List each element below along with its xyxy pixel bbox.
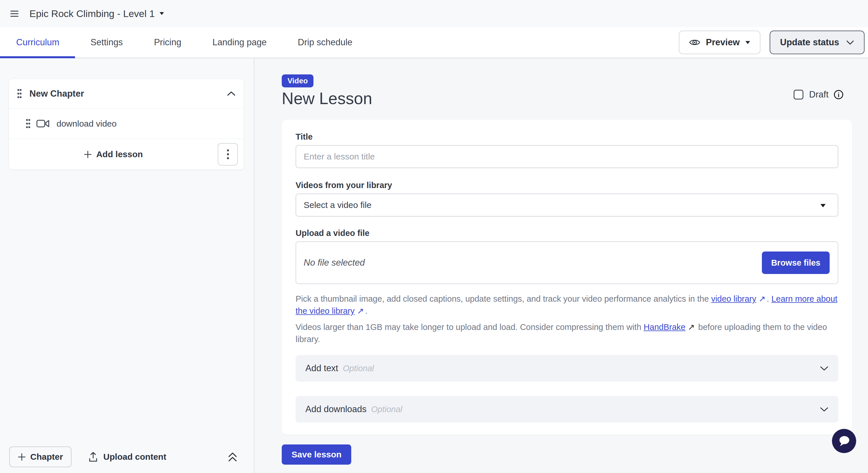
external-link-arrow-icon: ↗: [758, 293, 765, 305]
chapter-footer: Add lesson: [9, 139, 244, 169]
video-library-help-text: Pick a thumbnail image, add closed capti…: [296, 293, 838, 317]
chat-widget-button[interactable]: [832, 429, 856, 453]
lesson-row[interactable]: download video: [9, 108, 244, 139]
draft-checkbox[interactable]: [794, 90, 803, 99]
add-chapter-label: Chapter: [30, 452, 63, 462]
add-text-section[interactable]: Add text Optional: [296, 355, 838, 382]
chapter-header[interactable]: New Chapter: [9, 79, 244, 108]
caret-down-icon: [159, 12, 164, 15]
chapter-options-button[interactable]: [218, 143, 238, 165]
info-icon[interactable]: [834, 90, 843, 99]
draft-label: Draft: [809, 89, 829, 100]
help-text-segment: .: [365, 306, 367, 316]
chat-bubble-icon: [837, 435, 851, 447]
chapter-title: New Chapter: [29, 89, 227, 99]
chevron-down-icon: [820, 407, 829, 412]
topbar: Epic Rock Climbing - Level 1: [0, 0, 868, 27]
file-upload-dropzone: No file selected Browse files: [296, 242, 838, 284]
add-lesson-button[interactable]: Add lesson: [9, 149, 218, 159]
add-downloads-section[interactable]: Add downloads Optional: [296, 396, 838, 422]
upload-icon: [88, 452, 98, 462]
active-tab-underline: [0, 56, 75, 58]
kebab-menu-icon: [227, 149, 229, 159]
lesson-title: download video: [57, 119, 117, 129]
double-chevron-up-icon: [227, 452, 238, 462]
tab-drip-schedule[interactable]: Drip schedule: [298, 37, 353, 48]
caret-down-icon: [745, 41, 750, 44]
chevron-up-icon[interactable]: [227, 91, 236, 96]
drag-handle-icon[interactable]: [17, 89, 22, 99]
compression-help-text: Videos larger than 1GB may take longer t…: [296, 321, 838, 345]
upload-field-label: Upload a video file: [296, 229, 838, 238]
page-title: New Lesson: [282, 90, 868, 107]
add-lesson-label: Add lesson: [96, 149, 143, 159]
upload-content-button[interactable]: Upload content: [88, 452, 166, 462]
external-link-arrow-icon: ↗: [357, 305, 364, 317]
external-link-arrow-icon: ↗: [688, 321, 695, 333]
handbrake-link[interactable]: HandBrake: [644, 322, 685, 332]
help-text-segment: Videos larger than 1GB may take longer t…: [296, 322, 644, 332]
video-library-selected-value: Select a video file: [304, 200, 371, 210]
tab-landing-page[interactable]: Landing page: [213, 37, 267, 48]
add-chapter-button[interactable]: Chapter: [9, 446, 71, 467]
upload-content-label: Upload content: [103, 452, 166, 462]
optional-label: Optional: [371, 405, 402, 414]
lesson-title-input[interactable]: [296, 145, 838, 168]
tab-pricing[interactable]: Pricing: [154, 37, 181, 48]
course-title: Epic Rock Climbing - Level 1: [29, 8, 155, 19]
lesson-editor: Video New Lesson Draft Title Videos from…: [255, 58, 868, 473]
video-library-link[interactable]: video library: [711, 294, 756, 304]
video-library-select[interactable]: Select a video file: [296, 193, 838, 217]
preview-button-label: Preview: [706, 37, 740, 48]
help-text-segment: Pick a thumbnail image, add closed capti…: [296, 294, 711, 304]
add-downloads-label: Add downloads: [305, 404, 367, 414]
chevron-down-icon: [846, 40, 854, 45]
plus-icon: [84, 151, 92, 158]
help-text-segment: .: [767, 294, 771, 304]
drag-handle-icon[interactable]: [26, 119, 31, 129]
update-status-label: Update status: [780, 37, 839, 48]
collapse-all-button[interactable]: [227, 452, 238, 462]
no-file-selected-text: No file selected: [304, 257, 365, 268]
library-field-label: Videos from your library: [296, 181, 838, 189]
update-status-button[interactable]: Update status: [770, 31, 865, 54]
caret-down-icon: [820, 204, 826, 208]
course-title-dropdown[interactable]: Epic Rock Climbing - Level 1: [29, 8, 164, 19]
tab-curriculum[interactable]: Curriculum: [16, 37, 59, 48]
hamburger-menu-icon[interactable]: [10, 11, 19, 17]
curriculum-sidebar: New Chapter download video Add lesson: [0, 58, 254, 473]
lesson-type-badge: Video: [282, 74, 313, 87]
preview-button[interactable]: Preview: [679, 31, 761, 54]
tab-settings[interactable]: Settings: [91, 37, 123, 48]
add-text-label: Add text: [305, 363, 338, 374]
sidebar-footer: Chapter Upload content: [0, 441, 254, 473]
chapter-card: New Chapter download video Add lesson: [9, 79, 244, 170]
plus-icon: [18, 453, 26, 461]
title-field-label: Title: [296, 132, 838, 141]
optional-label: Optional: [343, 364, 374, 373]
chevron-down-icon: [820, 366, 829, 371]
tab-navigation: Curriculum Settings Pricing Landing page…: [0, 27, 868, 58]
browse-files-button[interactable]: Browse files: [762, 252, 830, 274]
draft-toggle-group: Draft: [794, 89, 843, 100]
eye-icon: [689, 38, 700, 47]
lesson-form-card: Title Videos from your library Select a …: [282, 120, 852, 435]
video-camera-icon: [36, 119, 50, 128]
save-lesson-button[interactable]: Save lesson: [282, 444, 351, 465]
